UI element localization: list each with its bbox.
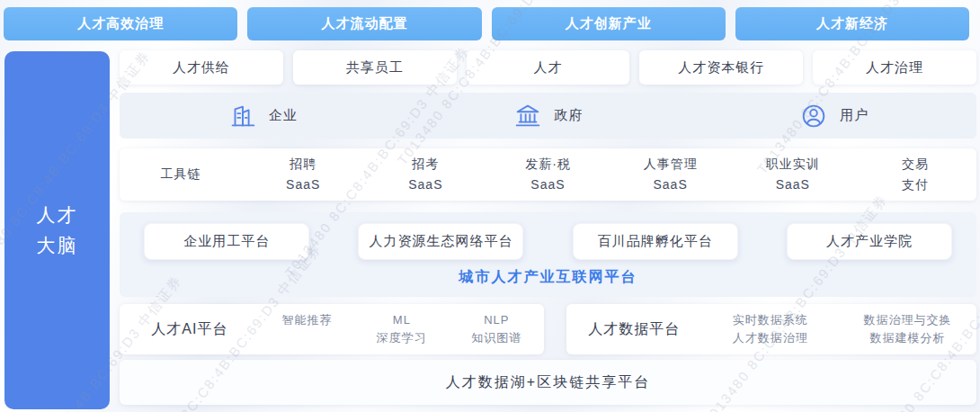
data-item-realtime: 实时数据系统 人才数据治理: [701, 311, 839, 347]
toolchain-bar: 工具链 招聘 SaaS 招考 SaaS 发薪·税 SaaS 人事管理 SaaS …: [120, 148, 976, 201]
building-icon: [227, 101, 258, 131]
tool-line1: 发薪·税: [486, 154, 609, 175]
tool-exam-saas: 招考 SaaS: [364, 154, 486, 195]
tool-training-saas: 职业实训 SaaS: [732, 154, 854, 195]
bank-icon: [512, 101, 543, 131]
pill-talent-mobility: 人才流动配置: [247, 7, 481, 40]
data-lake-blockchain-bar: 人才数据湖+区块链共享平台: [120, 360, 976, 405]
box-talent: 人才: [467, 50, 630, 85]
box-shared-employees: 共享员工: [293, 50, 457, 85]
box-baichuan-brand-incubation-platform: 百川品牌孵化平台: [573, 223, 738, 260]
ai-item-recommendation: 智能推荐: [260, 311, 354, 347]
sidebar-title: 人才 大脑: [37, 200, 78, 260]
tool-line2: SaaS: [364, 175, 486, 195]
user-icon: [798, 101, 829, 131]
tool-line1: 招聘: [242, 154, 364, 175]
pill-talent-governance: 人才高效治理: [4, 7, 237, 40]
actor-enterprise: 企业: [120, 93, 405, 139]
sidebar-title-line1: 人才: [37, 200, 78, 230]
tool-line2: SaaS: [610, 175, 732, 195]
tool-recruit-saas: 招聘 SaaS: [242, 154, 364, 195]
tool-line1: 交易: [854, 154, 976, 175]
tool-hr-saas: 人事管理 SaaS: [610, 154, 732, 195]
tool-line1: 人事管理: [610, 154, 732, 175]
tool-payroll-tax-saas: 发薪·税 SaaS: [486, 154, 609, 195]
actor-label: 政府: [554, 107, 583, 124]
tool-line2: 支付: [854, 175, 976, 195]
ai-item-line1: NLP: [450, 311, 544, 329]
box-talent-capital-bank: 人才资本银行: [639, 50, 803, 85]
box-talent-governance: 人才治理: [813, 50, 976, 85]
tool-trade-payment: 交易 支付: [854, 154, 976, 195]
ai-item-nlp: NLP 知识图谱: [450, 311, 544, 347]
ai-platform-title: 人才AI平台: [120, 320, 260, 339]
sidebar-talent-brain: 人才 大脑: [4, 51, 110, 409]
ai-platform-panel: 人才AI平台 智能推荐 ML 深度学习 NLP 知识图谱: [120, 304, 544, 354]
data-item-line2: 数据建模分析: [839, 329, 976, 347]
box-talent-industry-academy: 人才产业学院: [787, 223, 952, 260]
box-hr-ecosystem-network-platform: 人力资源生态网络平台: [358, 223, 523, 260]
data-item-governance: 数据治理与交换 数据建模分析: [839, 311, 976, 347]
platform-grid: 企业用工平台 人力资源生态网络平台 百川品牌孵化平台 人才产业学院: [120, 223, 976, 260]
top-pill-row: 人才高效治理 人才流动配置 人才创新产业 人才新经济: [4, 7, 969, 40]
box-talent-supply: 人才供给: [120, 50, 283, 85]
data-platform-panel: 人才数据平台 实时数据系统 人才数据治理 数据治理与交换 数据建模分析: [566, 304, 976, 354]
box-enterprise-employment-platform: 企业用工平台: [144, 223, 309, 260]
tool-line2: SaaS: [242, 175, 364, 195]
pill-talent-new-economy: 人才新经济: [735, 7, 969, 40]
data-item-line1: 实时数据系统: [701, 311, 839, 329]
tool-line1: 招考: [364, 154, 486, 175]
tool-line2: SaaS: [732, 175, 854, 195]
tool-line1: 职业实训: [732, 154, 854, 175]
tool-line2: SaaS: [486, 175, 609, 195]
data-platform-title: 人才数据平台: [566, 320, 701, 339]
ai-item-ml: ML 深度学习: [354, 311, 449, 347]
supply-row: 人才供给 共享员工 人才 人才资本银行 人才治理: [120, 50, 976, 85]
actors-bar: 企业 政府 用户: [120, 93, 976, 139]
city-talent-internet-platform-caption: 城市人才产业互联网平台: [120, 268, 976, 287]
ai-item-line2: 深度学习: [354, 329, 449, 347]
sidebar-title-line2: 大脑: [37, 230, 78, 261]
actor-user: 用户: [690, 93, 976, 139]
data-platform-items: 实时数据系统 人才数据治理 数据治理与交换 数据建模分析: [701, 311, 976, 347]
ai-item-line1: ML: [354, 311, 449, 329]
actor-government: 政府: [405, 93, 691, 139]
ai-item-line2: 知识图谱: [450, 329, 544, 347]
pill-talent-innovation: 人才创新产业: [492, 7, 726, 40]
platform-panel: 企业用工平台 人力资源生态网络平台 百川品牌孵化平台 人才产业学院 城市人才产业…: [120, 212, 976, 297]
actor-label: 用户: [840, 107, 869, 124]
actor-label: 企业: [269, 107, 298, 124]
data-item-line1: 数据治理与交换: [839, 311, 976, 329]
talent-brain-architecture-diagram: 人才高效治理 人才流动配置 人才创新产业 人才新经济 人才 大脑 人才供给 共享…: [0, 0, 980, 412]
toolchain-label: 工具链: [120, 164, 242, 184]
ai-platform-items: 智能推荐 ML 深度学习 NLP 知识图谱: [260, 311, 544, 347]
data-item-line2: 人才数据治理: [701, 329, 839, 347]
ai-item-line1: 智能推荐: [260, 311, 354, 329]
